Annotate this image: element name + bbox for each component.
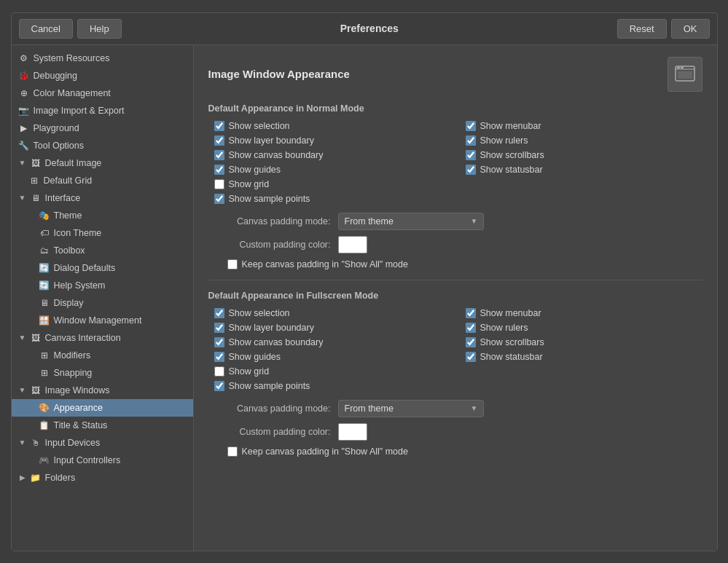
show-statusbar-full-label: Show statusbar xyxy=(480,352,543,362)
show-grid-normal-input[interactable] xyxy=(214,179,224,189)
full-padding-mode-select[interactable]: From theme Light check Dark check Custom… xyxy=(338,400,484,417)
image-import-export-icon: 📷 xyxy=(17,104,31,117)
sidebar-item-system-resources[interactable]: ⚙ System Resources xyxy=(12,50,193,67)
sidebar-item-title-status[interactable]: 📋 Title & Status xyxy=(12,417,193,434)
sidebar-item-label: Debugging xyxy=(34,71,77,81)
reset-button[interactable]: Reset xyxy=(617,19,667,39)
sidebar-item-window-management[interactable]: 🪟 Window Management xyxy=(12,312,193,329)
show-canvas-boundary-normal-input[interactable] xyxy=(214,150,224,160)
checkbox-show-rulers-normal: Show rulers xyxy=(466,135,702,146)
sidebar-item-dialog-defaults[interactable]: 🔄 Dialog Defaults xyxy=(12,259,193,277)
normal-padding-color-swatch[interactable] xyxy=(338,236,367,253)
toolbox-icon: 🗂 xyxy=(38,244,51,257)
ok-button[interactable]: OK xyxy=(671,19,710,39)
show-guides-normal-input[interactable] xyxy=(214,165,224,175)
show-menubar-full-input[interactable] xyxy=(466,308,476,318)
help-button[interactable]: Help xyxy=(77,19,122,39)
toggle-default-image[interactable]: ▼ xyxy=(17,158,28,168)
show-guides-full-input[interactable] xyxy=(214,352,224,362)
sidebar-item-default-image[interactable]: ▼ 🖼 Default Image xyxy=(12,154,193,172)
theme-icon: 🎭 xyxy=(38,209,51,222)
show-rulers-full-input[interactable] xyxy=(466,323,476,333)
show-canvas-boundary-full-input[interactable] xyxy=(214,337,224,347)
show-layer-boundary-full-input[interactable] xyxy=(214,323,224,333)
show-selection-normal-input[interactable] xyxy=(214,121,224,131)
show-guides-normal-label: Show guides xyxy=(229,165,281,175)
fullscreen-mode-checkboxes: Show selection Show menubar Show layer b… xyxy=(208,308,702,391)
dialog-defaults-icon: 🔄 xyxy=(38,261,51,275)
sidebar-item-modifiers[interactable]: ⊞ Modifiers xyxy=(12,347,193,364)
show-menubar-normal-input[interactable] xyxy=(466,121,476,131)
sidebar-item-image-windows[interactable]: ▼ 🖼 Image Windows xyxy=(12,382,193,399)
default-image-icon: 🖼 xyxy=(29,157,42,170)
sidebar-item-canvas-interaction[interactable]: ▼ 🖼 Canvas Interaction xyxy=(12,329,193,347)
sidebar-item-input-controllers[interactable]: 🎮 Input Controllers xyxy=(12,452,193,469)
sidebar-item-help-system[interactable]: 🔄 Help System xyxy=(12,277,193,294)
toggle-interface[interactable]: ▼ xyxy=(17,193,28,203)
sidebar-item-label: Input Devices xyxy=(45,438,101,448)
toggle-folders[interactable]: ▶ xyxy=(17,473,28,483)
toggle-image-windows[interactable]: ▼ xyxy=(17,385,28,395)
sidebar-item-color-management[interactable]: ⊕ Color Management xyxy=(12,84,193,102)
full-padding-mode-row: Canvas padding mode: From theme Light ch… xyxy=(208,400,702,417)
sidebar-item-label: Canvas Interaction xyxy=(45,333,121,343)
title-status-icon: 📋 xyxy=(38,419,51,432)
sidebar-item-icon-theme[interactable]: 🏷 Icon Theme xyxy=(12,224,193,242)
show-grid-full-input[interactable] xyxy=(214,366,224,377)
show-rulers-normal-input[interactable] xyxy=(466,135,476,146)
sidebar-item-display[interactable]: 🖥 Display xyxy=(12,294,193,312)
show-statusbar-normal-input[interactable] xyxy=(466,165,476,175)
show-sample-points-normal-input[interactable] xyxy=(214,194,224,204)
sidebar-item-label: Image Windows xyxy=(45,385,110,395)
show-canvas-boundary-full-label: Show canvas boundary xyxy=(229,337,324,347)
show-selection-full-input[interactable] xyxy=(214,308,224,318)
sidebar-item-label: Default Image xyxy=(45,158,102,168)
sidebar-item-default-grid[interactable]: ⊞ Default Grid xyxy=(12,172,193,189)
sidebar-item-toolbox[interactable]: 🗂 Toolbox xyxy=(12,242,193,259)
sidebar-item-interface[interactable]: ▼ 🖥 Interface xyxy=(12,189,193,207)
show-guides-full-label: Show guides xyxy=(229,352,281,362)
sidebar-item-label: Appearance xyxy=(54,403,103,413)
header-right-buttons: Reset OK xyxy=(617,19,710,39)
preferences-dialog: Cancel Help Preferences Reset OK ⚙ Syste… xyxy=(11,12,718,551)
sidebar-item-debugging[interactable]: 🐞 Debugging xyxy=(12,67,193,84)
sidebar-item-image-import-export[interactable]: 📷 Image Import & Export xyxy=(12,102,193,119)
input-devices-icon: 🖱 xyxy=(29,436,42,449)
show-menubar-full-label: Show menubar xyxy=(480,308,541,318)
section-icon xyxy=(668,57,702,92)
sidebar-item-input-devices[interactable]: ▼ 🖱 Input Devices xyxy=(12,434,193,452)
sidebar-item-snapping[interactable]: ⊞ Snapping xyxy=(12,364,193,382)
full-padding-color-swatch[interactable] xyxy=(338,423,367,441)
default-grid-icon: ⊞ xyxy=(28,174,41,187)
show-scrollbars-normal-input[interactable] xyxy=(466,150,476,160)
full-keep-padding-input[interactable] xyxy=(227,446,238,457)
main-content: Image Window Appearance Default Appearan… xyxy=(194,45,717,551)
toggle-input-devices[interactable]: ▼ xyxy=(17,438,28,448)
normal-padding-mode-select[interactable]: From theme Light check Dark check Custom… xyxy=(338,213,484,230)
normal-keep-padding-input[interactable] xyxy=(227,259,238,269)
sidebar-item-playground[interactable]: ▶ Playground xyxy=(12,119,193,137)
input-controllers-icon: 🎮 xyxy=(38,454,51,467)
show-scrollbars-full-input[interactable] xyxy=(466,337,476,347)
sidebar-item-label: Toolbox xyxy=(54,245,85,256)
sidebar-item-label: Input Controllers xyxy=(54,455,121,465)
show-layer-boundary-full-label: Show layer boundary xyxy=(229,323,314,333)
sidebar-item-label: Snapping xyxy=(54,368,93,378)
sidebar-item-label: Interface xyxy=(45,193,81,203)
sidebar-item-theme[interactable]: 🎭 Theme xyxy=(12,207,193,224)
sidebar-item-label: Folders xyxy=(45,473,76,483)
sidebar-item-tool-options[interactable]: 🔧 Tool Options xyxy=(12,137,193,154)
show-statusbar-full-input[interactable] xyxy=(466,352,476,362)
cancel-button[interactable]: Cancel xyxy=(19,19,73,39)
sidebar-item-label: Image Import & Export xyxy=(34,106,125,116)
sidebar-item-label: Theme xyxy=(54,210,82,221)
toggle-canvas-interaction[interactable]: ▼ xyxy=(17,333,28,343)
show-sample-points-full-input[interactable] xyxy=(214,381,224,391)
sidebar-item-folders[interactable]: ▶ 📁 Folders xyxy=(12,469,193,487)
sidebar-item-appearance[interactable]: 🎨 Appearance xyxy=(12,399,193,417)
show-layer-boundary-normal-input[interactable] xyxy=(214,135,224,146)
playground-icon: ▶ xyxy=(17,122,31,135)
normal-mode-group: Default Appearance in Normal Mode Show s… xyxy=(208,103,702,269)
folders-icon: 📁 xyxy=(29,471,42,484)
checkbox-show-sample-points-full: Show sample points xyxy=(214,381,451,391)
